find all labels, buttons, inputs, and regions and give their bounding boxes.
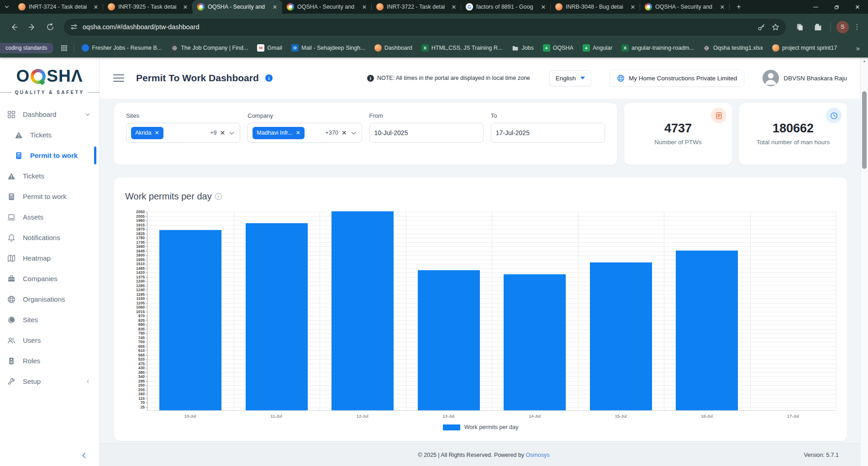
sidebar-item-assets[interactable]: Assets — [0, 207, 99, 227]
sidebar-item-notifications[interactable]: Notifications — [0, 227, 99, 248]
sidebar-item-roles[interactable]: Roles — [0, 351, 99, 371]
reading-list-icon[interactable] — [792, 20, 807, 34]
peach-favicon — [374, 44, 382, 52]
site-chip[interactable]: Akrida ✕ — [131, 127, 163, 139]
page-scrollbar[interactable]: ▲ — [860, 58, 868, 466]
sidebar-item-tickets[interactable]: Tickets — [0, 166, 99, 186]
user-menu[interactable]: DBVSN Bhaskara Raju — [763, 70, 847, 86]
bar-10-Jul[interactable] — [159, 230, 221, 410]
minimize-button[interactable] — [805, 0, 826, 14]
browser-menu-icon[interactable]: ⋮ — [852, 23, 862, 31]
url-text[interactable]: oqsha.com/#/dashboard/ptw-dashboard — [83, 23, 752, 31]
language-dropdown[interactable]: English — [549, 70, 591, 86]
browser-tab[interactable]: INRB-3048 - Bug detai ✕ — [551, 0, 640, 14]
bar-15-Jul[interactable] — [590, 262, 652, 410]
from-date-input[interactable]: 10-Jul-2025 — [369, 123, 484, 143]
bookmark-item[interactable]: O Mail - Sehajdeep Singh... — [287, 43, 369, 53]
tab-close-icon[interactable]: ✕ — [540, 3, 547, 10]
main-area: Permit To Work Dashboard i i NOTE: All t… — [100, 58, 868, 466]
bookmark-item[interactable]: X angular-training-roadm... — [617, 43, 698, 53]
bookmark-item[interactable]: Fresher Jobs - Resume B... — [78, 43, 166, 53]
sites-clear-icon[interactable]: ✕ — [220, 129, 226, 136]
tab-group-chip[interactable]: coding standards — [0, 43, 53, 53]
browser-tab[interactable]: OQSHA - Security and ✕ — [640, 0, 730, 14]
bookmark-item[interactable]: X HTML,CSS, JS Training R... — [417, 43, 507, 53]
scrollbar-thumb[interactable] — [862, 91, 867, 169]
sidebar-item-setup[interactable]: Setup — [0, 371, 99, 392]
tab-close-icon[interactable]: ✕ — [629, 3, 637, 10]
browser-profile-avatar[interactable]: S — [836, 21, 849, 33]
bookmark-item[interactable]: + OQSHA — [539, 43, 578, 53]
title-info-icon[interactable]: i — [265, 74, 273, 82]
close-window-button[interactable]: ✕ — [847, 0, 868, 14]
bookmark-item[interactable]: The Job Company | Find... — [167, 43, 252, 53]
company-chip[interactable]: Madhavi Infr... ✕ — [253, 127, 305, 139]
reload-icon[interactable] — [43, 20, 58, 34]
bookmark-item[interactable]: M Gmail — [253, 43, 286, 53]
tab-search-icon[interactable] — [0, 0, 14, 14]
tab-close-icon[interactable]: ✕ — [271, 3, 279, 10]
bookmark-item[interactable]: Dashboard — [370, 43, 416, 53]
bar-11-Jul[interactable] — [246, 223, 308, 410]
sidebar-item-heatmap[interactable]: Heatmap — [0, 248, 99, 268]
address-bar[interactable]: oqsha.com/#/dashboard/ptw-dashboard — [64, 19, 786, 36]
bookmark-item[interactable]: Jobs — [507, 43, 537, 53]
sidebar-item-sites[interactable]: Sites — [0, 309, 99, 330]
browser-tab[interactable]: G factors of 8891 - Goog ✕ — [461, 0, 551, 14]
company-selector[interactable]: My Home Constructions Private Limited — [610, 69, 744, 87]
oqsha-logo: O SHΛ QUALITY & SAFETY — [0, 58, 99, 98]
browser-tab[interactable]: OQSHA - Security and ✕ — [282, 0, 372, 14]
bookmark-item[interactable]: + Angular — [579, 43, 616, 53]
hamburger-menu-icon[interactable] — [113, 74, 124, 82]
forward-icon[interactable] — [25, 20, 39, 34]
bookmark-label: Gmail — [267, 45, 282, 51]
browser-tab[interactable]: INRT-3925 - Task detai ✕ — [103, 0, 193, 14]
browser-tab[interactable]: OQSHA - Security and ✕ — [193, 0, 282, 14]
company-clear-icon[interactable]: ✕ — [342, 129, 347, 136]
company-multiselect[interactable]: Madhavi Infr... ✕ +370 ✕ — [247, 123, 362, 143]
new-tab-button[interactable]: + — [732, 0, 745, 13]
chip-remove-icon[interactable]: ✕ — [154, 130, 159, 136]
sidebar-item-permit-to-work[interactable]: Permit to work — [0, 186, 99, 207]
restore-button[interactable] — [826, 0, 847, 14]
bar-16-Jul[interactable] — [676, 251, 738, 410]
password-key-icon[interactable] — [758, 23, 765, 31]
osmosys-link[interactable]: Osmosys — [526, 452, 550, 458]
logo-tagline: QUALITY & SAFETY — [0, 90, 100, 95]
tab-close-icon[interactable]: ✕ — [719, 3, 726, 10]
sidebar-item-dashboard[interactable]: Dashboard — [0, 104, 99, 125]
bookmark-star-icon[interactable] — [772, 23, 779, 31]
sites-multiselect[interactable]: Akrida ✕ +9 ✕ — [126, 123, 240, 143]
chart-legend[interactable]: Work permits per day — [125, 424, 836, 430]
sidebar-item-companies[interactable]: Companies — [0, 268, 99, 289]
to-date-input[interactable]: 17-Jul-2025 — [491, 123, 605, 143]
tab-close-icon[interactable]: ✕ — [361, 3, 368, 10]
bookmark-item[interactable]: project mgmt sprint17 — [768, 43, 841, 53]
bookmarks-overflow-icon[interactable]: » — [852, 44, 863, 52]
apps-grid-icon[interactable] — [58, 42, 70, 54]
scrollbar-up-icon[interactable]: ▲ — [861, 58, 868, 64]
sidebar-item-users[interactable]: Users — [0, 330, 99, 351]
browser-tab[interactable]: INRT-3722 - Task detai ✕ — [372, 0, 461, 14]
sidebar-collapse-icon[interactable] — [80, 451, 88, 460]
bar-12-Jul[interactable] — [331, 211, 394, 410]
extensions-puzzle-icon[interactable] — [810, 20, 825, 34]
sidebar-item-permit-to-work[interactable]: Permit to work — [0, 145, 99, 166]
avatar[interactable] — [763, 70, 779, 86]
tab-close-icon[interactable]: ✕ — [182, 3, 189, 10]
chip-remove-icon[interactable]: ✕ — [296, 130, 300, 136]
browser-tab[interactable]: INRT-3724 - Task detai ✕ — [14, 0, 103, 14]
chart-info-icon[interactable]: i — [215, 193, 222, 200]
tab-close-icon[interactable]: ✕ — [92, 3, 100, 10]
sidebar-item-organisations[interactable]: Organisations — [0, 289, 99, 309]
bar-13-Jul[interactable] — [418, 270, 480, 410]
back-icon[interactable] — [6, 20, 21, 34]
bar-14-Jul[interactable] — [504, 274, 566, 410]
bell-icon — [7, 234, 16, 242]
logo-letter-o: O — [16, 67, 30, 86]
permit-icon — [7, 193, 16, 201]
tab-close-icon[interactable]: ✕ — [450, 3, 458, 10]
sidebar-item-tickets[interactable]: Tickets — [0, 125, 99, 145]
site-settings-icon[interactable] — [70, 23, 78, 31]
bookmark-item[interactable]: Oqsha testing1.xlsx — [699, 43, 767, 53]
